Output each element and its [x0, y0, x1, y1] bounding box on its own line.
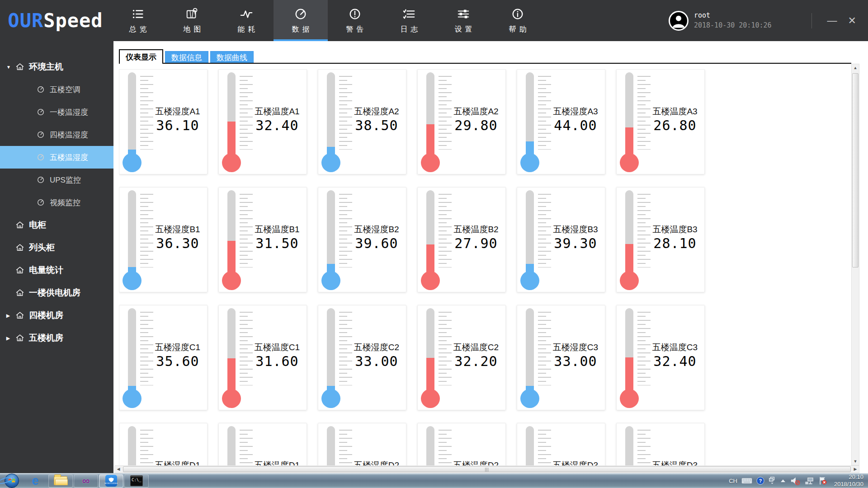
home-icon [15, 288, 24, 297]
scroll-down-arrow[interactable]: ▼ [852, 458, 859, 465]
horizontal-scrollbar[interactable]: ◀ ▶ [114, 465, 859, 473]
sidebar-item-2[interactable]: 一楼温湿度 [0, 101, 113, 123]
sidebar-item-label: 五楼机房 [29, 332, 63, 344]
sidebar-item-label: 一楼温湿度 [50, 107, 88, 117]
sidebar-item-3[interactable]: 四楼温湿度 [0, 123, 113, 146]
sidebar-item-1[interactable]: 五楼空调 [0, 78, 113, 101]
sidebar-item-10[interactable]: 一楼供电机房 [0, 282, 113, 304]
expander-collapsed-icon: ▶ [6, 313, 13, 318]
sidebar-item-4[interactable]: 五楼温湿度 [0, 146, 113, 169]
scroll-left-arrow[interactable]: ◀ [115, 467, 122, 471]
internet-explorer-icon[interactable]: e [23, 474, 47, 488]
vertical-scrollbar[interactable]: ▲ ▼ [851, 64, 859, 465]
nav-item-label: 设置 [455, 25, 476, 34]
sidebar-item-8[interactable]: 列头柜 [0, 236, 113, 259]
user-name: root [694, 11, 772, 21]
gauge-card: 五楼湿度B136.30 [119, 187, 208, 292]
sidebar-item-7[interactable]: 电柜 [0, 214, 113, 236]
sidebar-item-12[interactable]: ▶五楼机房 [0, 327, 113, 349]
file-explorer-icon[interactable] [48, 474, 73, 488]
monitoring-label: MONITORING [105, 482, 118, 484]
gauge-label: 五楼温度A1 [249, 106, 306, 117]
sidebar-item-6[interactable]: 视频监控 [0, 191, 113, 214]
gauge-card: 五楼湿度B339.30 [517, 187, 605, 292]
horizontal-scroll-thumb[interactable] [123, 466, 851, 472]
gauge-card: 五楼温度C131.60 [218, 305, 307, 410]
gauge-card: 五楼温度C232.20 [417, 305, 506, 410]
gauge-icon [36, 175, 45, 184]
visual-studio-icon[interactable]: ∞ [74, 474, 98, 488]
top-nav: 总览地图能耗数据警告日志设置帮助 [111, 0, 545, 41]
tab-underline [119, 63, 851, 64]
gauge-card: 五楼温度D2 [417, 423, 506, 465]
tray-date: 2018/10/30 [834, 481, 863, 488]
help-info-icon [511, 7, 524, 21]
log-icon [402, 7, 416, 21]
thermometer-tube [426, 190, 434, 273]
nav-item-7[interactable]: 帮助 [491, 0, 545, 41]
tab-1[interactable]: 数据信息 [165, 51, 208, 64]
gauge-icon [36, 85, 45, 94]
monitoring-shield-icon[interactable]: MONITORING [99, 474, 123, 488]
nav-item-6[interactable]: 设置 [436, 0, 491, 41]
gauge-label: 五楼湿度D1 [149, 460, 206, 465]
gauge-label: 五楼温度B2 [448, 224, 505, 235]
gauge-card: 五楼温度B131.50 [218, 187, 307, 292]
thermometer-ticks-short [140, 434, 148, 465]
top-bar: OURSpeed 总览地图能耗数据警告日志设置帮助 root 2018-10-3… [0, 0, 868, 41]
thermometer-ticks-short [339, 316, 347, 385]
help-circle-icon[interactable]: ? [756, 477, 764, 485]
gauge-card: 五楼温度B227.90 [417, 187, 506, 292]
gauge-label: 五楼温度D2 [448, 460, 505, 465]
sidebar-item-label: 四楼机房 [29, 310, 63, 321]
thermometer-ticks-short [439, 434, 447, 465]
thermometer-ticks-short [538, 434, 546, 465]
cmd-titlebar [131, 476, 142, 477]
thermometer-ticks-short [439, 80, 447, 150]
gauge-card: 五楼温度A132.40 [218, 69, 307, 174]
thermometer-ticks-short [538, 316, 546, 385]
gauge-card: 五楼湿度C233.00 [318, 305, 406, 410]
gauge-card: 五楼湿度C333.00 [517, 305, 605, 410]
gauge-card: 五楼湿度D2 [318, 423, 406, 465]
scroll-right-arrow[interactable]: ▶ [852, 467, 859, 471]
sidebar-item-0[interactable]: ▼环境主机 [0, 56, 113, 78]
nav-item-1[interactable]: 地图 [165, 0, 219, 41]
gauge-label: 五楼湿度B3 [547, 224, 604, 235]
sidebar-item-9[interactable]: 电量统计 [0, 259, 113, 282]
gauge-label: 五楼温度D1 [249, 460, 306, 465]
tray-clock[interactable]: 20:10 2018/10/30 [834, 474, 863, 488]
gauge-value: 39.30 [547, 235, 604, 251]
sidebar-item-5[interactable]: UPS监控 [0, 169, 113, 191]
restore-window-icon[interactable] [769, 477, 776, 485]
gauge-icon [36, 130, 45, 139]
show-hidden-icons-chevron-icon[interactable] [780, 479, 786, 483]
tab-2[interactable]: 数据曲线 [210, 51, 254, 64]
scroll-up-arrow[interactable]: ▲ [852, 64, 859, 71]
muted-speaker-icon[interactable] [790, 476, 800, 485]
nav-item-2[interactable]: 能耗 [219, 0, 274, 41]
gauge-label: 五楼湿度A3 [547, 106, 604, 117]
network-icon[interactable] [804, 476, 814, 485]
user-avatar-icon[interactable] [669, 11, 689, 31]
vertical-scroll-thumb[interactable] [852, 73, 859, 267]
command-prompt-icon[interactable]: C:\_ [124, 474, 149, 488]
nav-item-3[interactable]: 数据 [274, 0, 328, 41]
nav-item-0[interactable]: 总览 [111, 0, 165, 41]
thermometer-tube [526, 190, 534, 273]
close-button[interactable]: ✕ [843, 13, 862, 28]
thermometer-tube [526, 72, 534, 155]
thermometer-bulb [620, 271, 639, 290]
tab-0[interactable]: 仪表显示 [119, 49, 163, 64]
nav-item-5[interactable]: 日志 [382, 0, 436, 41]
gauge-card: 五楼湿度D1 [119, 423, 208, 465]
nav-item-4[interactable]: 警告 [328, 0, 382, 41]
gauge-icon [36, 198, 45, 207]
action-center-flag-icon[interactable] [818, 476, 827, 485]
keyboard-icon[interactable] [741, 477, 752, 484]
language-indicator[interactable]: CH [729, 478, 737, 484]
sidebar-item-11[interactable]: ▶四楼机房 [0, 304, 113, 327]
thermometer-bulb [321, 271, 340, 290]
sidebar-item-label: UPS监控 [50, 175, 81, 185]
minimize-button[interactable]: — [822, 13, 843, 28]
